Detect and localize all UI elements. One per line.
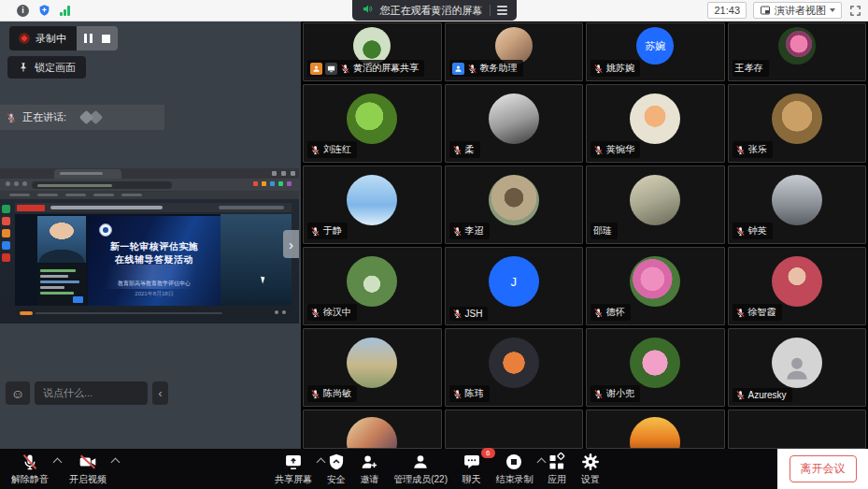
participant-tile[interactable]: 苏婉姚苏婉 — [586, 22, 725, 81]
participant-avatar — [772, 338, 822, 388]
network-signal-icon[interactable] — [60, 6, 70, 16]
participant-name-label: 黄滔的屏幕共享 — [307, 60, 424, 77]
pause-recording-button[interactable] — [84, 34, 92, 43]
toolbar-settings-button[interactable]: 设置 — [577, 452, 604, 486]
apps-icon — [548, 452, 566, 472]
participant-tile[interactable]: 黄滔的屏幕共享 — [303, 22, 442, 81]
pin-icon — [18, 62, 29, 73]
toolbar-chat-button[interactable]: 6聊天 — [459, 452, 485, 486]
participant-tile[interactable]: 李迢 — [445, 165, 584, 244]
participant-avatar: 苏婉 — [636, 27, 674, 65]
participant-tile[interactable]: 张乐 — [728, 84, 867, 163]
browser-sidebar-icons — [2, 205, 10, 262]
participant-tile[interactable]: 于静 — [303, 165, 442, 244]
participant-tile[interactable]: 钟英 — [728, 165, 867, 244]
participant-tile[interactable]: 刘连红 — [303, 84, 442, 163]
participant-name-label: 教务助理 — [449, 60, 523, 77]
left-panel: 录制中 锁定画面 正在讲话: — [0, 21, 301, 449]
expand-icon[interactable] — [848, 4, 862, 18]
toolbar-item-label: 聊天 — [462, 473, 481, 486]
leave-panel: 离开会议 — [777, 449, 868, 489]
shared-screen-title: 您正在观看黄滔的屏幕 — [380, 4, 483, 18]
mic-muted-icon — [593, 389, 604, 399]
participant-avatar — [495, 27, 533, 65]
participant-tile[interactable]: 柔 — [445, 84, 584, 163]
toolbar-share-screen-button[interactable]: 共享屏幕 — [271, 452, 316, 486]
mic-muted-icon — [340, 64, 350, 74]
live-banner — [15, 203, 292, 212]
participant-tile[interactable] — [586, 410, 725, 449]
participant-name-label: 柔 — [449, 141, 480, 158]
member-badge-icon — [452, 63, 464, 75]
lock-view-button[interactable]: 锁定画面 — [7, 56, 86, 79]
participant-tile[interactable]: 徐智霞 — [728, 247, 867, 325]
webpage-content: 新一轮审核评估实施 在线辅导答疑活动 教育部高等教育教学评估中心 2021年8月… — [0, 199, 299, 324]
screen-share-badge-icon — [325, 63, 337, 75]
participant-tile[interactable]: 德怀 — [586, 247, 725, 325]
next-page-arrow[interactable]: › — [283, 230, 299, 258]
view-mode-label: 演讲者视图 — [775, 4, 826, 18]
recording-label: 录制中 — [36, 32, 66, 46]
layout-icon — [760, 5, 771, 16]
mic-muted-icon — [310, 145, 320, 155]
emoji-button[interactable]: ☺ — [6, 381, 30, 405]
bottom-toolbar: 解除静音开启视频 共享屏幕安全邀请管理成员(22)6聊天结束录制应用设置 离开会… — [0, 449, 868, 489]
participant-name: 于静 — [323, 224, 342, 237]
menu-icon[interactable] — [497, 6, 507, 15]
toolbar-item-label: 结束录制 — [495, 473, 533, 486]
browser-extensions — [253, 181, 292, 186]
participant-tile[interactable]: Azuresky — [728, 328, 867, 407]
toolbar-invite-button[interactable]: 邀请 — [356, 452, 382, 486]
participant-tile[interactable]: 王孝存 — [728, 22, 867, 81]
collapse-chat-icon[interactable]: ‹ — [152, 381, 168, 405]
participant-avatar — [347, 417, 397, 449]
chevron-up-icon[interactable] — [111, 458, 121, 467]
chevron-down-icon — [830, 8, 835, 12]
chat-input[interactable]: 说点什么... — [35, 381, 148, 405]
participant-tile[interactable]: 陈尚敏 — [303, 328, 442, 407]
lock-view-label: 锁定画面 — [35, 61, 76, 75]
speaking-indicator-bar: 正在讲话: — [0, 105, 164, 130]
bookmarks-bar — [0, 191, 299, 199]
toolbar-start-video-button[interactable]: 开启视频 — [65, 452, 110, 486]
chevron-up-icon[interactable] — [53, 458, 63, 467]
participant-name-label: 德怀 — [591, 304, 631, 321]
participant-tile[interactable]: 谢小兜 — [586, 328, 725, 407]
participant-name: 邵琏 — [593, 224, 612, 237]
participant-tile[interactable]: 徐汉中 — [303, 247, 442, 325]
info-icon[interactable]: i — [17, 5, 29, 17]
shield-icon[interactable] — [38, 4, 50, 17]
toolbar-item-label: 开启视频 — [69, 473, 107, 486]
participant-avatar — [630, 93, 680, 144]
stop-recording-button[interactable] — [102, 35, 110, 43]
mic-muted-icon — [735, 145, 746, 155]
toolbar-stop-record-button[interactable]: 结束录制 — [491, 452, 536, 486]
leave-meeting-button[interactable]: 离开会议 — [790, 455, 857, 482]
security-icon — [327, 452, 346, 472]
mic-muted-icon — [6, 112, 17, 123]
view-mode-button[interactable]: 演讲者视图 — [753, 2, 842, 19]
toolbar-apps-button[interactable]: 应用 — [544, 452, 570, 486]
participant-tile[interactable]: 教务助理 — [445, 22, 584, 81]
participant-name-label: Azuresky — [733, 388, 792, 402]
toolbar-members-button[interactable]: 管理成员(22) — [390, 452, 451, 486]
participant-name: 德怀 — [606, 306, 625, 319]
watermark-logo-icon — [78, 110, 109, 125]
participant-tile[interactable]: 荚惋华 — [586, 84, 725, 163]
toolbar-security-button[interactable]: 安全 — [323, 452, 349, 486]
participant-tile[interactable]: 邵琏 — [586, 165, 725, 244]
participant-name: 李迢 — [465, 224, 484, 237]
participant-avatar — [489, 338, 539, 388]
empty-tile — [445, 410, 584, 449]
participant-avatar — [772, 256, 822, 307]
shared-screen-preview[interactable]: 新一轮审核评估实施 在线辅导答疑活动 教育部高等教育教学评估中心 2021年8月… — [0, 168, 299, 324]
participant-name: 刘连红 — [323, 143, 351, 156]
participant-tile[interactable] — [303, 410, 442, 449]
toolbar-unmute-button[interactable]: 解除静音 — [7, 452, 52, 486]
participant-grid: 黄滔的屏幕共享教务助理苏婉姚苏婉王孝存刘连红柔荚惋华张乐于静李迢邵琏钟英徐汉中J… — [301, 21, 868, 449]
participant-name-label: 钟英 — [733, 223, 773, 239]
recording-indicator: 录制中 — [9, 26, 118, 50]
participant-tile[interactable]: 陈玮 — [445, 328, 584, 407]
participant-tile[interactable]: JJSH — [445, 247, 584, 325]
mouse-cursor — [261, 276, 266, 284]
